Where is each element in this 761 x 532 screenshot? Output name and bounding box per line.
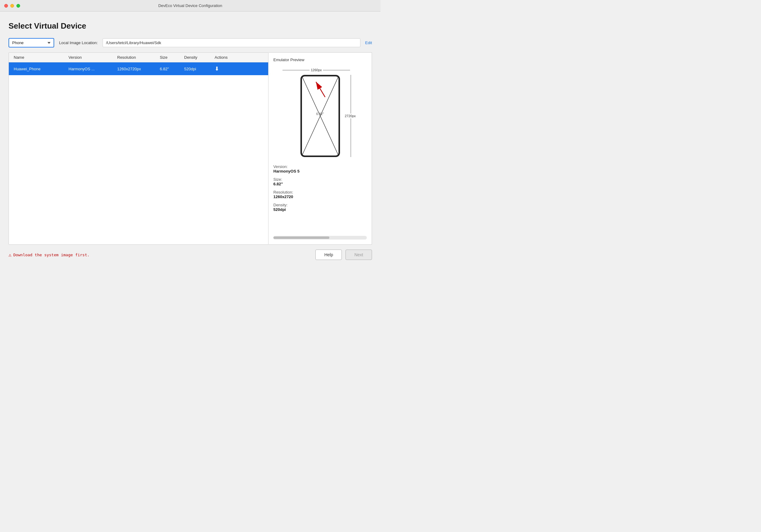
preview-scrollbar[interactable] (273, 236, 367, 240)
height-label: 2720px (345, 114, 356, 118)
close-button[interactable] (4, 4, 8, 8)
location-input[interactable] (103, 38, 360, 47)
error-text: Download the system image first. (13, 253, 89, 257)
cell-version: HarmonyOS ... (69, 67, 117, 71)
cell-resolution: 1260x2720px (117, 67, 160, 71)
cell-density: 520dpi (184, 67, 214, 71)
col-resolution: Resolution (117, 55, 160, 60)
specs-list: Version: HarmonyOS 5 Size: 6.82" Resolut… (273, 164, 367, 215)
spec-size: Size: 6.82" (273, 177, 367, 186)
device-type-dropdown[interactable]: Phone (9, 38, 54, 47)
next-button[interactable]: Next (345, 250, 372, 260)
col-density: Density (184, 55, 214, 60)
device-table: Name Version Resolution Size Density Act… (9, 52, 268, 245)
spec-version: Version: HarmonyOS 5 (273, 164, 367, 173)
edit-link[interactable]: Edit (365, 40, 372, 45)
content-area: Name Version Resolution Size Density Act… (9, 52, 372, 245)
svg-line-3 (316, 82, 325, 97)
col-name: Name (14, 55, 69, 60)
spec-density: Density: 520dpi (273, 203, 367, 212)
location-label: Local Image Location: (59, 40, 98, 45)
cell-size: 6.82" (160, 67, 184, 71)
error-icon: ⚠ (9, 252, 12, 258)
filter-row: Phone Local Image Location: Edit (9, 38, 372, 47)
traffic-lights (4, 4, 20, 8)
cell-name: Huawei_Phone (14, 67, 69, 71)
col-version: Version (69, 55, 117, 60)
width-label: 1260px (310, 68, 323, 72)
scroll-thumb (273, 236, 329, 239)
minimize-button[interactable] (10, 4, 14, 8)
preview-title: Emulator Preview (273, 58, 367, 62)
bottom-bar: ⚠ Download the system image first. Help … (9, 250, 372, 260)
col-size: Size (160, 55, 184, 60)
col-actions: Actions (214, 55, 239, 60)
window-title: DevEco Virtual Device Configuration (158, 3, 222, 8)
preview-panel: Emulator Preview 1260px (268, 52, 372, 245)
table-body: Huawei_Phone HarmonyOS ... 1260x2720px 6… (9, 62, 268, 244)
bottom-buttons: Help Next (315, 250, 372, 260)
table-row[interactable]: Huawei_Phone HarmonyOS ... 1260x2720px 6… (9, 62, 268, 75)
size-center-label: 6.82" (316, 112, 324, 116)
table-header: Name Version Resolution Size Density Act… (9, 53, 268, 62)
red-arrow-annotation (310, 79, 328, 100)
chevron-down-icon (47, 42, 50, 44)
download-icon[interactable]: ⬇ (214, 65, 239, 72)
device-type-label: Phone (12, 40, 24, 45)
error-message: ⚠ Download the system image first. (9, 252, 89, 258)
main-content: Select Virtual Device Phone Local Image … (0, 12, 380, 266)
maximize-button[interactable] (17, 4, 20, 8)
help-button[interactable]: Help (315, 250, 342, 260)
title-bar: DevEco Virtual Device Configuration (0, 0, 380, 12)
page-title: Select Virtual Device (9, 21, 372, 31)
spec-resolution: Resolution: 1260x2720 (273, 190, 367, 199)
